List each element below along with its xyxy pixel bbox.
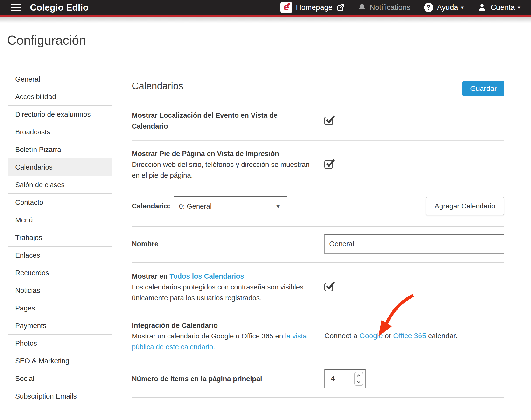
row-calendar-select: Calendario: 0: General ▼ Agregar Calenda… — [132, 190, 504, 227]
sidebar-item-payments[interactable]: Payments — [8, 317, 112, 334]
row-show-in-all: Mostrar en Todos los Calendarios Los cal… — [132, 263, 504, 312]
sidebar-item-seo-marketing[interactable]: SEO & Marketing — [8, 352, 112, 370]
check-icon — [325, 115, 335, 124]
nav-item-homepage[interactable]: e Homepage — [281, 2, 345, 13]
user-icon — [477, 3, 487, 12]
calendar-select-label: Calendario: — [132, 201, 171, 211]
sidebar-item-contacto[interactable]: Contacto — [8, 194, 112, 211]
print-footer-checkbox[interactable] — [324, 160, 333, 169]
connect-middle: or — [383, 332, 393, 340]
event-location-label: Mostrar Localización del Evento en Vista… — [132, 110, 324, 132]
header-accent-bar — [0, 15, 531, 17]
nav-item-notifications[interactable]: Notifications — [358, 3, 411, 12]
nav-item-ayuda[interactable]: ? Ayuda ▾ — [424, 3, 464, 12]
stepper-down-icon[interactable] — [355, 379, 362, 386]
sidebar-item-menu[interactable]: Menú — [8, 211, 112, 229]
homepage-label: Homepage — [296, 3, 333, 12]
show-in-all-checkbox[interactable] — [324, 283, 333, 291]
sidebar-item-recuerdos[interactable]: Recuerdos — [8, 264, 112, 282]
edlio-logo-icon: e — [281, 2, 292, 13]
add-calendar-button[interactable]: Agregar Calendario — [425, 197, 504, 215]
print-footer-description: Dirección web del sitio, teléfonos y dir… — [132, 159, 324, 181]
print-footer-title: Mostrar Pie de Página en Vista de Impres… — [132, 148, 324, 159]
office-365-link[interactable]: Office 365 — [393, 332, 426, 340]
connect-suffix: calendar. — [426, 332, 457, 340]
sidebar-item-enlaces[interactable]: Enlaces — [8, 246, 112, 264]
row-items-count: Número de items en la página principal 4 — [132, 361, 504, 398]
sidebar-item-photos[interactable]: Photos — [8, 334, 112, 352]
sidebar-item-pages[interactable]: Pages — [8, 299, 112, 317]
show-in-label-prefix: Mostrar en — [132, 272, 170, 280]
google-link[interactable]: Google — [359, 332, 383, 340]
quantity-stepper[interactable] — [354, 372, 363, 386]
notifications-label: Notifications — [370, 3, 411, 12]
items-count-input[interactable]: 4 — [324, 369, 366, 388]
help-icon: ? — [424, 3, 433, 12]
sidebar-item-trabajos[interactable]: Trabajos — [8, 229, 112, 246]
sidebar-item-noticias[interactable]: Noticias — [8, 282, 112, 299]
sidebar-item-social[interactable]: Social — [8, 370, 112, 387]
items-count-label: Número de items en la página principal — [132, 374, 324, 384]
sidebar-item-calendarios[interactable]: Calendarios — [8, 158, 112, 176]
sidebar-item-broadcasts[interactable]: Broadcasts — [8, 123, 112, 141]
chevron-down-icon: ▾ — [518, 5, 520, 10]
todos-los-calendarios-link[interactable]: Todos los Calendarios — [170, 272, 244, 280]
sidebar-item-accesibilidad[interactable]: Accesibilidad — [8, 88, 112, 105]
hamburger-menu-icon[interactable] — [11, 4, 21, 11]
sidebar-item-boletin-pizarra[interactable]: Boletín Pizarra — [8, 141, 112, 158]
edlio-admin-settings-page: { "header": { "brand": "Colegio Edlio", … — [0, 0, 531, 420]
connect-calendar-text: Connect a Google or Office 365 calendar. — [324, 332, 504, 340]
top-navbar: Colegio Edlio e Homepage Notifications — [0, 0, 531, 15]
connect-prefix: Connect a — [324, 332, 359, 340]
settings-sidebar: General Accesibilidad Directorio de exal… — [8, 70, 112, 405]
nav-item-cuenta[interactable]: Cuenta ▾ — [477, 3, 520, 12]
bell-icon — [358, 3, 366, 12]
name-input[interactable] — [324, 235, 504, 254]
sidebar-item-general[interactable]: General — [8, 70, 112, 88]
integration-description: Mostrar un calendario de Google u Office… — [132, 332, 285, 340]
row-name: Nombre — [132, 227, 504, 263]
brand-title: Colegio Edlio — [30, 2, 89, 13]
sidebar-item-directorio-de-exalumnos[interactable]: Directorio de exalumnos — [8, 105, 112, 123]
external-link-icon — [336, 3, 345, 12]
stepper-up-icon[interactable] — [355, 372, 362, 379]
integration-title: Integración de Calendario — [132, 320, 324, 331]
check-icon — [325, 281, 335, 291]
calendars-settings-panel: Calendarios Guardar Mostrar Localización… — [120, 70, 516, 420]
row-event-location: Mostrar Localización del Evento en Vista… — [132, 96, 504, 141]
panel-header: Calendarios Guardar — [132, 70, 504, 96]
cuenta-label: Cuenta — [491, 3, 515, 12]
chevron-down-icon: ▾ — [461, 5, 464, 10]
row-calendar-integration: Integración de Calendario Mostrar un cal… — [132, 312, 504, 362]
ayuda-label: Ayuda — [437, 3, 458, 12]
save-button[interactable]: Guardar — [462, 81, 504, 96]
show-in-description: Los calendarios protegidos con contraseñ… — [132, 282, 324, 303]
panel-title: Calendarios — [132, 81, 183, 91]
sidebar-item-subscription-emails[interactable]: Subscription Emails — [8, 387, 112, 405]
calendar-select[interactable]: 0: General — [174, 196, 287, 216]
event-location-checkbox[interactable] — [324, 117, 333, 125]
sidebar-item-salon-de-clases[interactable]: Salón de clases — [8, 176, 112, 194]
name-label: Nombre — [132, 239, 324, 249]
navbar-right-group: e Homepage Notifications ? Ayuda — [267, 2, 520, 13]
page-title: Configuración — [7, 33, 86, 47]
row-print-footer: Mostrar Pie de Página en Vista de Impres… — [132, 141, 504, 190]
items-count-value: 4 — [331, 375, 335, 383]
check-icon — [325, 158, 335, 168]
header-shadow — [0, 17, 531, 23]
